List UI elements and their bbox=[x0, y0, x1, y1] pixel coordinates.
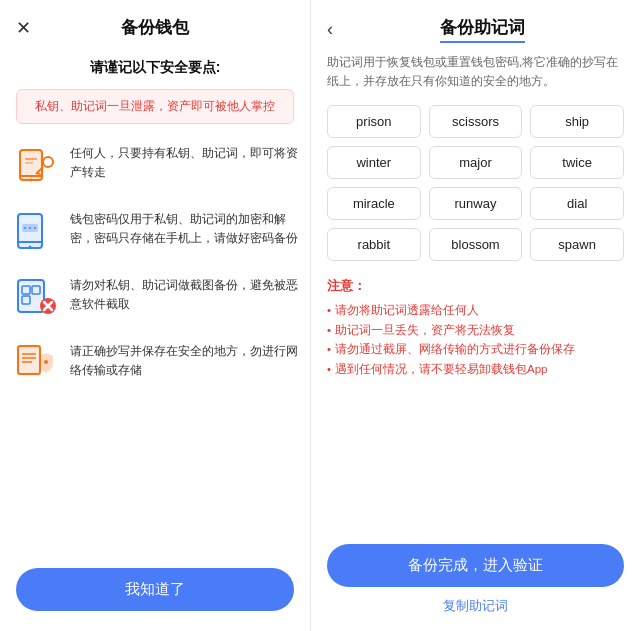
left-footer: 我知道了 bbox=[0, 556, 310, 631]
security-item-2-text: 钱包密码仅用于私钥、助记词的加密和解密，密码只存储在手机上，请做好密码备份 bbox=[70, 206, 298, 248]
warning-box: 私钥、助记词一旦泄露，资产即可被他人掌控 bbox=[16, 89, 294, 124]
note-item-2: 助记词一旦丢失，资产将无法恢复 bbox=[327, 321, 624, 341]
key-phone-icon bbox=[12, 140, 60, 188]
svg-rect-26 bbox=[18, 346, 40, 374]
close-icon[interactable]: ✕ bbox=[16, 17, 31, 39]
left-subtitle: 请谨记以下安全要点: bbox=[16, 59, 294, 77]
right-title: 备份助记词 bbox=[440, 16, 525, 43]
right-title-wrap: 备份助记词 bbox=[341, 16, 624, 43]
security-item-4: 请正确抄写并保存在安全的地方，勿进行网络传输或存储 bbox=[12, 338, 298, 386]
note-item-4: 遇到任何情况，请不要轻易卸载钱包App bbox=[327, 360, 624, 380]
svg-point-13 bbox=[29, 246, 32, 249]
right-panel: ‹ 备份助记词 助记词用于恢复钱包或重置钱包密码,将它准确的抄写在纸上，并存放在… bbox=[310, 0, 640, 631]
left-title: 备份钱包 bbox=[121, 16, 189, 39]
mnemonic-word-2: scissors bbox=[429, 105, 523, 138]
copy-mnemonic-link[interactable]: 复制助记词 bbox=[327, 597, 624, 615]
mnemonic-word-10: rabbit bbox=[327, 228, 421, 261]
left-panel: ✕ 备份钱包 请谨记以下安全要点: 私钥、助记词一旦泄露，资产即可被他人掌控 bbox=[0, 0, 310, 631]
security-item-4-text: 请正确抄写并保存在安全的地方，勿进行网络传输或存储 bbox=[70, 338, 298, 380]
know-button[interactable]: 我知道了 bbox=[16, 568, 294, 611]
right-header: ‹ 备份助记词 bbox=[311, 0, 640, 53]
back-icon[interactable]: ‹ bbox=[327, 19, 333, 40]
mnemonic-grid: prisonscissorsshipwintermajortwicemiracl… bbox=[327, 105, 624, 261]
verify-button[interactable]: 备份完成，进入验证 bbox=[327, 544, 624, 587]
mnemonic-word-9: dial bbox=[530, 187, 624, 220]
mnemonic-word-12: spawn bbox=[530, 228, 624, 261]
svg-point-15 bbox=[24, 227, 26, 229]
security-item-2: 钱包密码仅用于私钥、助记词的加密和解密，密码只存储在手机上，请做好密码备份 bbox=[12, 206, 298, 254]
right-description: 助记词用于恢复钱包或重置钱包密码,将它准确的抄写在纸上，并存放在只有你知道的安全… bbox=[327, 53, 624, 91]
mnemonic-word-6: twice bbox=[530, 146, 624, 179]
note-item-1: 请勿将助记词透露给任何人 bbox=[327, 301, 624, 321]
svg-point-31 bbox=[44, 360, 48, 364]
svg-rect-9 bbox=[25, 162, 33, 164]
mnemonic-word-11: blossom bbox=[429, 228, 523, 261]
security-items: 任何人，只要持有私钥、助记词，即可将资产转走 钱包密码仅用于私钥、助记词的加密和… bbox=[0, 140, 310, 556]
note-item-3: 请勿通过截屏、网络传输的方式进行备份保存 bbox=[327, 340, 624, 360]
mnemonic-word-7: miracle bbox=[327, 187, 421, 220]
svg-point-17 bbox=[34, 227, 36, 229]
security-item-1-text: 任何人，只要持有私钥、助记词，即可将资产转走 bbox=[70, 140, 298, 182]
left-header: ✕ 备份钱包 bbox=[0, 0, 310, 51]
svg-rect-8 bbox=[25, 158, 37, 160]
svg-point-16 bbox=[29, 227, 31, 229]
svg-point-3 bbox=[30, 179, 33, 182]
mnemonic-word-4: winter bbox=[327, 146, 421, 179]
security-item-1: 任何人，只要持有私钥、助记词，即可将资产转走 bbox=[12, 140, 298, 188]
security-item-3-text: 请勿对私钥、助记词做截图备份，避免被恶意软件截取 bbox=[70, 272, 298, 314]
notes-section: 注意： 请勿将助记词透露给任何人助记词一旦丢失，资产将无法恢复请勿通过截屏、网络… bbox=[327, 277, 624, 379]
mnemonic-word-1: prison bbox=[327, 105, 421, 138]
mnemonic-word-3: ship bbox=[530, 105, 624, 138]
security-item-3: 请勿对私钥、助记词做截图备份，避免被恶意软件截取 bbox=[12, 272, 298, 320]
notes-title: 注意： bbox=[327, 277, 624, 295]
svg-line-6 bbox=[39, 174, 41, 176]
scan-icon bbox=[12, 272, 60, 320]
mnemonic-word-8: runway bbox=[429, 187, 523, 220]
svg-line-7 bbox=[37, 172, 39, 174]
right-footer: 备份完成，进入验证 复制助记词 bbox=[311, 534, 640, 631]
location-safe-icon bbox=[12, 338, 60, 386]
svg-point-4 bbox=[43, 157, 53, 167]
password-phone-icon bbox=[12, 206, 60, 254]
mnemonic-word-5: major bbox=[429, 146, 523, 179]
